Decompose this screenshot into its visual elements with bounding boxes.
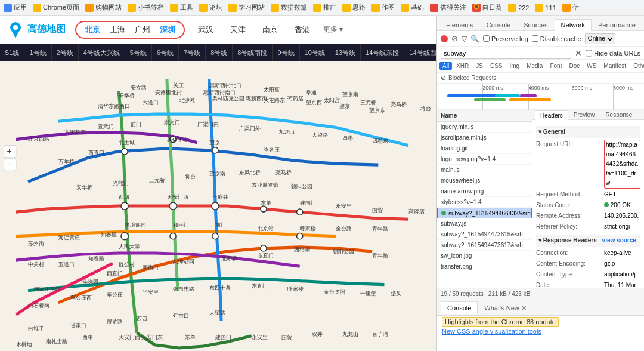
city-nanjing[interactable]: 南京 — [259, 23, 281, 36]
filter-all[interactable]: All — [439, 62, 452, 70]
filter-css[interactable]: CSS — [487, 62, 506, 70]
preserve-log-checkbox[interactable] — [483, 35, 490, 42]
svg-point-2 — [13, 25, 18, 30]
bookmark-borrow[interactable]: 借得关注 — [430, 3, 466, 12]
bookmark-chrome-label: Chrome页面 — [43, 3, 79, 12]
filter-manifest[interactable]: Manifest — [600, 62, 629, 70]
online-select[interactable]: Online — [585, 33, 615, 44]
line-tab-2[interactable]: 2号线 — [52, 44, 79, 61]
name-item-mainjs[interactable]: main.js — [437, 165, 532, 176]
bookmark-draw[interactable]: 作图 — [371, 3, 395, 12]
hide-data-urls-label[interactable]: Hide data URLs — [586, 48, 640, 59]
disable-cache-checkbox[interactable] — [532, 35, 538, 42]
city-guangzhou[interactable]: 广州 — [131, 23, 154, 36]
bookmark-tools[interactable]: 工具 — [170, 3, 193, 12]
name-item-subwayjs[interactable]: subway.js — [437, 218, 532, 229]
line-tab-9[interactable]: 9号线 — [273, 44, 299, 61]
bookmark-111[interactable]: 111 — [535, 4, 556, 12]
detail-tab-headers[interactable]: Headers — [535, 110, 568, 120]
city-beijing[interactable]: 北京 — [81, 23, 104, 36]
name-item-logo[interactable]: logo_new.png?v=1.4 — [437, 154, 532, 165]
search-icon[interactable]: 🔍 — [470, 35, 479, 43]
line-tab-6[interactable]: 6号线 — [152, 44, 179, 61]
tab-elements[interactable]: Elements — [439, 19, 480, 30]
filter-xhr[interactable]: XHR — [453, 62, 472, 70]
line-tab-7[interactable]: 7号线 — [179, 44, 206, 61]
bookmark-basic[interactable]: 基础 — [401, 3, 424, 12]
filter-other[interactable]: Other — [630, 62, 644, 70]
name-item-loading[interactable]: loading.gif — [437, 143, 532, 154]
hide-data-urls-checkbox[interactable] — [586, 48, 592, 59]
bookmark-shop-label: 购物网站 — [95, 3, 122, 12]
name-item-mousewheel[interactable]: mousewheel.js — [437, 176, 532, 186]
clear-button[interactable]: ⊘ — [451, 34, 458, 43]
name-item-stylecss[interactable]: style.css?v=1.4 — [437, 197, 532, 208]
city-shanghai[interactable]: 上海 — [106, 23, 129, 36]
filter-ws[interactable]: WS — [584, 62, 599, 70]
city-wuhan[interactable]: 武汉 — [194, 23, 217, 36]
svg-text:西直门: 西直门 — [88, 150, 104, 156]
tab-network[interactable]: Network — [555, 19, 592, 31]
console-tab-whatsnew[interactable]: What's New ✕ — [478, 301, 532, 315]
blocked-requests-row[interactable]: ⊘ Blocked Requests — [437, 73, 644, 84]
name-item-subway3[interactable]: subway?_1615494473617&srh — [437, 240, 532, 251]
bookmark-mind[interactable]: 思路 — [342, 3, 366, 12]
filter-doc[interactable]: Doc — [566, 62, 583, 70]
line-tab-13[interactable]: 13号线 — [330, 44, 361, 61]
line-tab-14e[interactable]: 14号线东段 — [361, 44, 404, 61]
name-item-subway-selected[interactable]: subway?_1615494466432&srh — [437, 208, 532, 218]
bookmark-promote[interactable]: 推广 — [313, 3, 336, 12]
console-link[interactable]: New CSS angle visualization tools — [442, 328, 541, 335]
bookmark-chrome[interactable]: Chrome页面 — [33, 3, 79, 12]
name-item-namearrow[interactable]: name-arrow.png — [437, 186, 532, 197]
city-hongkong[interactable]: 香港 — [291, 23, 314, 36]
search-input[interactable] — [441, 48, 571, 59]
tab-console[interactable]: Console — [480, 19, 517, 30]
filter-media[interactable]: Media — [524, 62, 546, 70]
bookmark-forum-label: 论坛 — [209, 3, 222, 12]
city-tianjin[interactable]: 天津 — [227, 23, 249, 36]
line-tab-5[interactable]: 5号线 — [125, 44, 152, 61]
bookmark-data[interactable]: 数据数篇 — [271, 3, 307, 12]
bookmark-apps[interactable]: 应用 — [4, 3, 27, 12]
bookmark-shop[interactable]: 购物网站 — [85, 3, 122, 12]
bookmark-forum[interactable]: 论坛 — [199, 3, 222, 12]
line-tab-10[interactable]: 10号线 — [300, 44, 330, 61]
filter-img[interactable]: Img — [506, 62, 522, 70]
detail-tab-response[interactable]: Response — [600, 110, 637, 119]
bookmark-sunflower[interactable]: 🌻 向日葵 — [472, 3, 502, 12]
record-button[interactable] — [441, 35, 448, 42]
city-more[interactable]: 更多 ▾ — [323, 24, 343, 35]
name-item-subway2[interactable]: subway?_1615494473615&srh — [437, 229, 532, 240]
map-canvas[interactable]: 万年桥 西直门 北土城 奥体中心 望京 崔各庄 西四 天安门西 王府井 东单 建… — [0, 61, 436, 351]
line-tab-14w[interactable]: 14号线西段 — [404, 44, 436, 61]
status-code-key: Status Code: — [536, 201, 602, 210]
request-url-value[interactable]: http://map.ama 4944664432&srhdata=1100_d… — [604, 140, 640, 189]
line-tab-4[interactable]: 4号线大兴线 — [79, 44, 125, 61]
disable-cache-label[interactable]: Disable cache — [532, 35, 581, 42]
line-tab-1[interactable]: 1号线 — [24, 44, 51, 61]
filter-icon[interactable]: ▽ — [462, 35, 467, 43]
console-tab-console[interactable]: Console — [441, 301, 478, 314]
city-shenzhen[interactable]: 深圳 — [156, 23, 179, 36]
tab-sources[interactable]: Sources — [517, 19, 554, 30]
bookmark-222[interactable]: 222 — [508, 4, 529, 12]
filter-js[interactable]: JS — [473, 62, 486, 70]
bookmark-est[interactable]: 估 — [562, 3, 579, 12]
bookmark-learn[interactable]: 学习网站 — [228, 3, 265, 12]
clear-search-icon[interactable]: ✕ — [575, 48, 582, 58]
date-row: Date: Thu, 11 Mar 2021 20:27 — [536, 280, 640, 288]
bookmark-bookmarks[interactable]: 小书签栏 — [128, 3, 164, 12]
name-item-jquery[interactable]: jquery.min.js — [437, 122, 532, 133]
line-tab-8s[interactable]: 8号线南段 — [233, 44, 273, 61]
name-item-swicon[interactable]: sw_icon.jpg — [437, 251, 532, 261]
preserve-log-label[interactable]: Preserve log — [483, 35, 528, 42]
name-item-jscroll[interactable]: jscrollpane.min.js — [437, 133, 532, 143]
filter-font[interactable]: Font — [547, 62, 565, 70]
line-tab-8[interactable]: 8号线 — [206, 44, 233, 61]
view-source-link[interactable]: view source — [602, 237, 636, 244]
detail-tab-preview[interactable]: Preview — [568, 110, 600, 119]
tab-performance[interactable]: Performance — [592, 19, 642, 30]
name-item-transfer[interactable]: transfer.png — [437, 261, 532, 272]
line-tab-s1[interactable]: S1线 — [0, 44, 24, 61]
